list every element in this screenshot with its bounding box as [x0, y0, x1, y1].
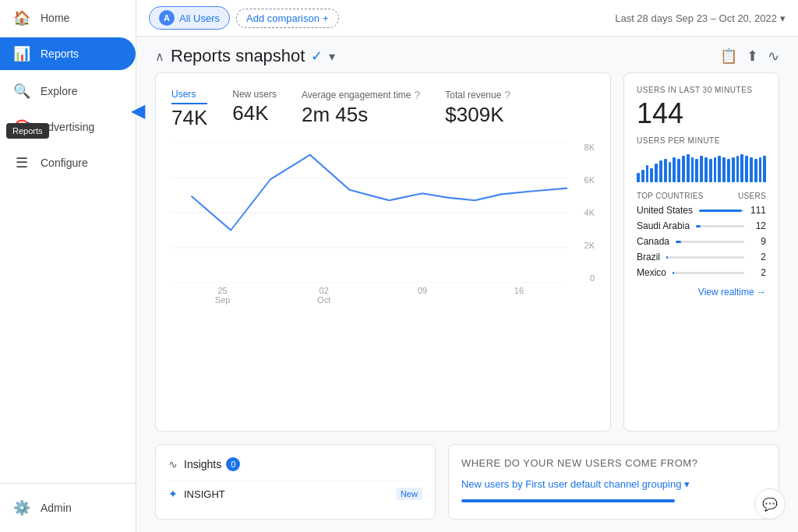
mini-bar — [745, 156, 748, 182]
engagement-label: Average engagement time ? — [302, 89, 420, 101]
feedback-icon: 💬 — [762, 497, 778, 512]
add-comparison-label: Add comparison — [246, 12, 320, 24]
mini-bar — [709, 159, 712, 182]
source-header: WHERE DO YOUR NEW USERS COME FROM? — [461, 457, 766, 469]
country-bar-container — [699, 210, 744, 212]
chevron-down-icon: ▾ — [780, 12, 786, 24]
insights-badge: 0 — [226, 457, 240, 471]
realtime-card: Users in last 30 minutes 144 Users per m… — [623, 72, 779, 432]
engagement-help-icon[interactable]: ? — [415, 89, 421, 101]
title-actions: 📋 ⬆ ∿ — [720, 48, 779, 65]
sidebar: 🏠 Home 📊 Reports Reports 🔍 Explore 🎯 Adv… — [0, 0, 136, 532]
countries-table: Top Countries Users United States 111 Sa… — [637, 192, 766, 278]
admin-icon: ⚙️ — [12, 499, 31, 516]
new-users-label: New users — [232, 89, 277, 100]
engagement-value: 2m 45s — [302, 103, 420, 127]
view-realtime-link[interactable]: View realtime → — [637, 284, 766, 298]
new-users-value: 64K — [232, 101, 277, 125]
mini-bar — [669, 162, 672, 182]
share-icon[interactable]: ⬆ — [747, 48, 758, 65]
country-bar-container — [676, 241, 744, 243]
date-range-selector[interactable]: Last 28 days Sep 23 – Oct 20, 2022 ▾ — [615, 12, 786, 24]
mini-bar — [659, 160, 662, 182]
insight-row: ✦ INSIGHT New — [168, 481, 422, 506]
explore-icon: 🔍 — [12, 83, 31, 100]
sidebar-item-label: Explore — [41, 85, 77, 97]
country-bar-container — [666, 256, 744, 259]
chart-y-labels: 8K 6K 4K 2K 0 — [571, 143, 595, 283]
home-icon: 🏠 — [12, 9, 31, 26]
page-header: ∧ Reports snapshot ✓ ▾ 📋 ⬆ ∿ — [136, 37, 798, 72]
revenue-help-icon[interactable]: ? — [504, 89, 510, 101]
revenue-label: Total revenue ? — [445, 89, 510, 101]
users-source-card: WHERE DO YOUR NEW USERS COME FROM? New u… — [448, 444, 779, 520]
sidebar-item-explore[interactable]: 🔍 Explore — [0, 75, 129, 107]
mini-bar — [722, 157, 726, 182]
stats-row: Users 74K New users 64K Average engageme… — [171, 89, 595, 130]
chart-x-label-25sep: 25Sep — [215, 286, 231, 305]
sidebar-item-label: Reports — [41, 48, 79, 60]
sidebar-admin-label: Admin — [41, 502, 72, 514]
country-bar — [696, 225, 701, 227]
realtime-count: 144 — [637, 97, 766, 130]
insights-card: ∿ Insights 0 ✦ INSIGHT New — [155, 444, 436, 520]
chart-svg — [171, 143, 567, 283]
country-bar-container — [696, 225, 744, 227]
feedback-button[interactable]: 💬 — [754, 488, 786, 520]
sidebar-item-label: Configure — [41, 157, 88, 169]
revenue-value: $309K — [445, 103, 510, 127]
dropdown-icon[interactable]: ▾ — [329, 49, 335, 64]
bottom-row: ∿ Insights 0 ✦ INSIGHT New WHERE DO YOUR… — [136, 444, 798, 532]
country-bar — [673, 272, 674, 274]
mini-bar — [695, 159, 698, 182]
stat-users: Users 74K — [171, 89, 207, 130]
mini-bar — [637, 173, 640, 182]
header-left: A All Users Add comparison + — [149, 6, 339, 30]
stat-engagement: Average engagement time ? 2m 45s — [302, 89, 420, 127]
source-select-dropdown[interactable]: New users by First user default channel … — [461, 478, 766, 490]
chart-x-label-09: 09 — [418, 286, 427, 305]
mini-bar — [754, 159, 757, 182]
sidebar-item-configure[interactable]: ☰ Configure — [0, 146, 129, 179]
collapse-button[interactable]: ∧ — [155, 49, 164, 64]
country-users: 9 — [750, 236, 766, 247]
avatar: A — [159, 10, 175, 26]
sidebar-item-home[interactable]: 🏠 Home — [0, 2, 129, 34]
insights-trend-icon: ∿ — [168, 458, 178, 470]
sidebar-item-reports[interactable]: 📊 Reports — [0, 37, 136, 70]
configure-icon: ☰ — [12, 154, 31, 171]
country-bar — [666, 256, 668, 259]
mini-bar — [673, 157, 676, 182]
sidebar-item-admin[interactable]: ⚙️ Admin — [0, 491, 129, 524]
check-icon: ✓ — [311, 48, 323, 65]
add-comparison-button[interactable]: Add comparison + — [236, 9, 339, 28]
view-realtime-text[interactable]: View realtime → — [698, 287, 766, 298]
sidebar-item-label: Home — [41, 12, 69, 24]
mini-bar — [682, 156, 685, 182]
country-row: Saudi Arabia 12 — [637, 220, 766, 231]
mini-bar — [750, 157, 753, 182]
user-chip[interactable]: A All Users — [149, 6, 230, 30]
insights-header: ∿ Insights 0 — [168, 457, 422, 471]
source-bar-chart — [461, 499, 675, 502]
copy-icon[interactable]: 📋 — [720, 48, 737, 65]
plus-icon: + — [323, 12, 329, 24]
realtime-label: Users in last 30 minutes — [637, 86, 766, 94]
insights-title-text: Insights — [184, 458, 221, 470]
insights-icon[interactable]: ∿ — [768, 48, 779, 65]
realtime-sub-label: Users per minute — [637, 136, 766, 145]
stat-revenue: Total revenue ? $309K — [445, 89, 510, 127]
users-label: Users — [171, 89, 207, 104]
date-prefix: Last 28 days — [615, 12, 673, 24]
source-select-label: New users by First user default channel … — [461, 478, 682, 490]
mini-bar — [664, 159, 667, 182]
mini-bar — [704, 157, 708, 182]
mini-bar — [655, 164, 658, 182]
header-right: Last 28 days Sep 23 – Oct 20, 2022 ▾ — [615, 12, 786, 24]
mini-bar — [736, 156, 740, 182]
country-name: Canada — [637, 236, 669, 247]
reports-icon: 📊 — [12, 45, 31, 62]
mini-bar — [759, 157, 762, 182]
country-users: 2 — [750, 267, 766, 278]
header-bar: A All Users Add comparison + Last 28 day… — [136, 0, 798, 37]
